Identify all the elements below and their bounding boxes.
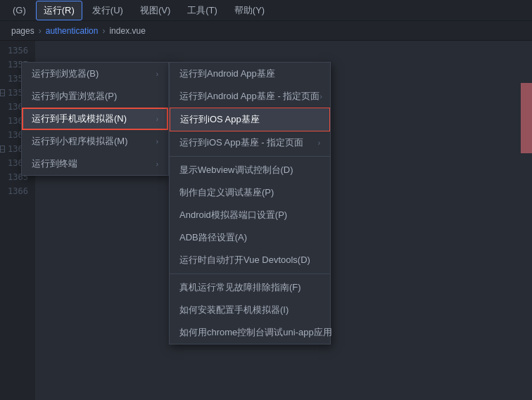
run-builtin-browser-item[interactable]: 运行到内置浏览器(P) [22,85,168,108]
chevron-right-icon-3: › [156,138,158,146]
ios-base-page-item[interactable]: 运行到iOS App基座 - 指定页面 › [170,131,330,154]
custom-debug-item[interactable]: 制作自定义调试基座(P) [170,181,330,204]
menubar-item-tools[interactable]: 工具(T) [180,1,224,20]
menubar: (G) 运行(R) 发行(U) 视图(V) 工具(T) 帮助(Y) [0,0,532,21]
chevron-right-icon-5: › [319,93,322,101]
android-base-page-item[interactable]: 运行到Android App基座 - 指定页面 › [170,85,330,108]
scroll-indicator [521,83,532,153]
breadcrumb-sep-2: › [102,26,105,36]
chrome-debug-item[interactable]: 如何用chrome控制台调试uni-app应用 [170,321,330,344]
breadcrumb: pages › authentication › index.vue [0,21,532,41]
android-base-item[interactable]: 运行到Android App基座 [170,63,330,85]
menubar-item-publish[interactable]: 发行(U) [85,1,130,20]
android-emulator-port-item[interactable]: Android模拟器端口设置(P) [170,204,330,226]
breadcrumb-file[interactable]: index.vue [109,26,145,36]
menubar-item-edit[interactable]: (G) [6,2,33,18]
adb-path-item[interactable]: ADB路径设置(A) [170,226,330,249]
fold-icon-1359[interactable]: − [0,89,5,96]
menubar-item-help[interactable]: 帮助(Y) [227,1,272,20]
breadcrumb-authentication[interactable]: authentication [46,26,99,36]
chevron-right-icon: › [156,70,158,78]
chevron-right-icon-2: › [156,115,158,123]
editor-area: 1356 1357 1358 −1359 1360 1361 1362 −136… [0,41,532,400]
separator-2 [170,273,330,274]
phone-emulator-submenu: 运行到Android App基座 运行到Android App基座 - 指定页面… [169,62,331,344]
chevron-right-icon-6: › [318,139,320,147]
webview-console-item[interactable]: 显示Webview调试控制台(D) [170,159,330,181]
breadcrumb-pages[interactable]: pages [11,26,34,36]
line-1356: 1356 [0,44,35,58]
menubar-item-view[interactable]: 视图(V) [133,1,177,20]
run-terminal-item[interactable]: 运行到终端 › [22,153,168,175]
line-1366: 1366 [0,184,35,198]
install-emulator-item[interactable]: 如何安装配置手机模拟器(I) [170,299,330,321]
separator-1 [170,156,330,157]
troubleshoot-item[interactable]: 真机运行常见故障排除指南(F) [170,276,330,299]
run-miniapp-emulator-item[interactable]: 运行到小程序模拟器(M) › [22,130,168,153]
breadcrumb-sep-1: › [39,26,42,36]
run-phone-emulator-item[interactable]: 运行到手机或模拟器(N) › [22,108,168,130]
ios-base-item[interactable]: 运行到iOS App基座 [170,108,330,131]
menubar-item-run[interactable]: 运行(R) [36,1,82,20]
chevron-right-icon-4: › [156,160,158,168]
run-browser-item[interactable]: 运行到浏览器(B) › [22,63,168,85]
auto-open-devtools-item[interactable]: 运行时自动打开Vue Devtools(D) [170,249,330,271]
run-dropdown: 运行到浏览器(B) › 运行到内置浏览器(P) 运行到手机或模拟器(N) › 运… [21,62,169,176]
fold-icon-1363[interactable]: − [0,146,5,153]
